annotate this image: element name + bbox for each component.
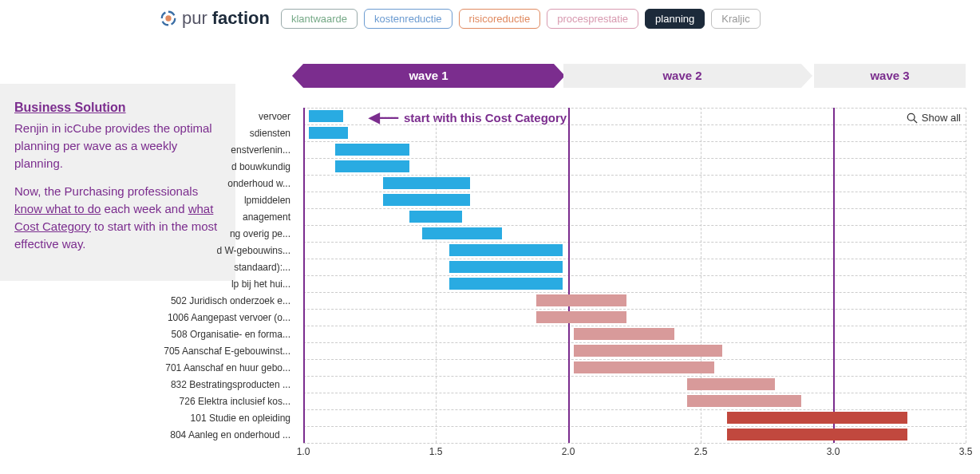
gridline (303, 275, 966, 276)
gantt-bar[interactable] (449, 278, 563, 290)
category-label: 1006 Aangepast vervoer (o... (160, 309, 295, 326)
category-label: 726 Elektra inclusief kos... (160, 393, 295, 410)
gantt-bar[interactable] (687, 378, 775, 390)
gantt-bar[interactable] (574, 361, 714, 373)
gridline (303, 158, 966, 159)
category-label: d bouwkundig (160, 158, 295, 176)
gridline (303, 393, 966, 393)
category-label: sdiensten (160, 124, 295, 142)
wave-boundary (568, 108, 570, 443)
gantt-bar[interactable] (309, 110, 343, 122)
x-tick-label: 2.5 (694, 446, 708, 457)
category-label: 804 Aanleg en onderhoud ... (160, 426, 295, 444)
gantt-bar[interactable] (335, 160, 409, 172)
nav: klantwaarde kostenreductie risicoreducti… (281, 9, 761, 29)
gridline (303, 376, 966, 377)
nav-kostenreductie[interactable]: kostenreductie (364, 9, 452, 29)
wave-3-banner: wave 3 (814, 64, 966, 88)
gridline (966, 108, 966, 443)
category-label: lpmiddelen (160, 192, 295, 209)
gantt-bar[interactable] (383, 194, 471, 206)
gantt-bar[interactable] (536, 311, 626, 323)
gridline (303, 426, 966, 427)
logo-text-bold: faction (212, 8, 270, 29)
gantt-bar[interactable] (727, 429, 907, 440)
gantt-bar[interactable] (574, 345, 722, 357)
gridline (303, 443, 966, 444)
wave-2-banner: wave 2 (563, 64, 801, 88)
wave-1-banner: wave 1 (303, 64, 554, 88)
svg-point-1 (165, 15, 171, 21)
nav-risicoreductie[interactable]: risicoreductie (459, 9, 541, 29)
nav-procesprestatie[interactable]: procesprestatie (547, 9, 638, 29)
gantt-bar[interactable] (574, 328, 674, 340)
x-tick-label: 2.0 (562, 446, 575, 457)
category-label: lp bij het hui... (160, 275, 295, 293)
gridline (303, 108, 966, 109)
category-label: vervoer (160, 108, 295, 125)
gantt-bar[interactable] (409, 211, 462, 223)
gantt-bar[interactable] (449, 244, 563, 256)
category-label: enstverlenin... (160, 141, 295, 159)
gridline (303, 309, 966, 310)
gridline (303, 225, 966, 226)
gantt-bar[interactable] (687, 395, 801, 407)
nav-kraljic[interactable]: Kraljic (711, 9, 760, 29)
gridline (303, 192, 966, 192)
header: purfaction klantwaarde kostenreductie ri… (160, 8, 761, 29)
gantt-bar[interactable] (383, 177, 471, 189)
category-label: 502 Juridisch onderzoek e... (160, 292, 295, 310)
logo: purfaction (160, 8, 270, 29)
gantt-bar[interactable] (422, 227, 502, 239)
category-label: 705 Aanschaf E-gebouwinst... (160, 342, 295, 360)
gridline (303, 342, 966, 343)
gridline (303, 141, 966, 142)
x-tick-label: 3.5 (959, 446, 973, 457)
gridline (303, 242, 966, 243)
x-tick-label: 3.0 (827, 446, 840, 457)
category-label: anagement (160, 208, 295, 226)
gridline (436, 108, 437, 443)
gridline (303, 175, 966, 176)
gridline (303, 359, 966, 360)
gantt-chart: vervoersdienstenenstverlenin...d bouwkun… (160, 108, 966, 463)
gridline (303, 326, 966, 326)
category-label: d W-gebouwins... (160, 242, 295, 259)
wave-boundary (833, 108, 835, 443)
category-label: 832 Bestratingsproducten ... (160, 376, 295, 393)
category-label: 508 Organisatie- en forma... (160, 326, 295, 343)
gridline (303, 208, 966, 209)
wave-boundary (303, 108, 305, 443)
nav-klantwaarde[interactable]: klantwaarde (281, 9, 358, 29)
gridline (701, 108, 701, 443)
category-label: onderhoud w... (160, 175, 295, 192)
logo-text-plain: pur (182, 8, 207, 29)
gantt-bar[interactable] (309, 127, 349, 139)
plot-area (303, 108, 966, 443)
nav-planning[interactable]: planning (645, 9, 705, 29)
x-tick-label: 1.0 (297, 446, 310, 457)
category-label: 701 Aanschaf en huur gebo... (160, 359, 295, 377)
gantt-bar[interactable] (449, 261, 563, 273)
category-label: standaard):... (160, 259, 295, 276)
logo-icon (160, 10, 177, 27)
gridline (303, 124, 966, 125)
x-tick-label: 1.5 (429, 446, 443, 457)
category-label: 101 Studie en opleiding (160, 409, 295, 427)
gridline (303, 259, 966, 259)
gantt-bar[interactable] (536, 294, 626, 306)
gantt-bar[interactable] (335, 144, 409, 156)
category-label: ng overig pe... (160, 225, 295, 243)
gridline (303, 409, 966, 410)
gridline (303, 292, 966, 293)
gantt-bar[interactable] (727, 412, 907, 424)
